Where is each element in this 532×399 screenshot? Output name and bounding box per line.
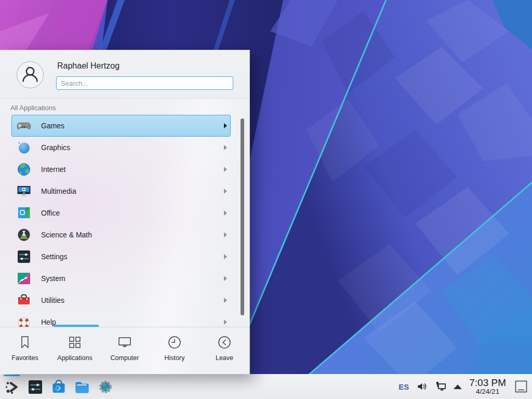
monitor-icon <box>116 334 133 351</box>
tab-label: Computer <box>111 354 139 362</box>
application-launcher-popup: Raphael Hertzog All Applications Games <box>0 50 250 374</box>
submenu-arrow-icon <box>224 210 227 216</box>
launcher-header: Raphael Hertzog <box>0 50 249 99</box>
user-icon <box>17 62 43 88</box>
category-list: Games Graphics <box>0 115 249 327</box>
user-avatar[interactable] <box>17 61 44 88</box>
discover-icon <box>50 379 67 395</box>
digital-clock[interactable]: 7:03 PM 4/24/21 <box>469 378 506 395</box>
system-tune-icon <box>16 271 32 286</box>
submenu-arrow-icon <box>224 145 227 150</box>
file-manager-task[interactable] <box>70 375 94 399</box>
search-input[interactable] <box>56 76 233 90</box>
tab-applications[interactable]: Applications <box>50 327 100 374</box>
kickoff-launcher-button[interactable] <box>0 375 23 399</box>
tab-computer[interactable]: Computer <box>100 327 150 374</box>
volume-icon[interactable] <box>416 380 429 393</box>
media-monitor-icon <box>16 183 32 199</box>
tab-label: Favorites <box>11 354 38 362</box>
category-science-math[interactable]: Science & Math <box>11 224 231 246</box>
submenu-arrow-icon <box>224 254 227 259</box>
submenu-arrow-icon <box>224 123 227 128</box>
kickoff-launcher-icon <box>4 379 20 395</box>
system-settings-task[interactable] <box>23 375 47 399</box>
category-label: Multimedia <box>41 187 76 195</box>
taskbar-panel: ES 7:03 PM 4/24/21 <box>0 374 532 399</box>
submenu-arrow-icon <box>224 232 227 237</box>
expand-tray-caret-icon[interactable] <box>454 384 462 389</box>
office-doc-icon <box>16 205 32 221</box>
tab-label: History <box>165 354 185 362</box>
launcher-tabbar: Favorites Applications <box>0 327 249 374</box>
category-multimedia[interactable]: Multimedia <box>11 180 231 202</box>
category-label: System <box>41 274 65 283</box>
clock-date: 4/24/21 <box>469 388 506 395</box>
category-settings[interactable]: Settings <box>11 246 231 268</box>
clock-icon <box>166 334 183 351</box>
submenu-arrow-icon <box>224 189 227 194</box>
tab-label: Leave <box>216 354 233 362</box>
web-browser-icon <box>97 379 114 395</box>
system-settings-icon <box>27 379 44 395</box>
category-utilities[interactable]: Utilities <box>11 289 231 311</box>
toolbox-icon <box>16 292 32 308</box>
network-icon[interactable] <box>435 380 447 393</box>
show-desktop-icon <box>514 379 528 394</box>
tab-label: Applications <box>57 354 92 362</box>
web-browser-task[interactable] <box>94 375 117 399</box>
lifebuoy-icon <box>16 314 32 327</box>
file-manager-icon <box>74 379 90 395</box>
leave-circle-icon <box>216 334 233 351</box>
submenu-arrow-icon <box>224 298 227 303</box>
keyboard-layout-indicator[interactable]: ES <box>398 382 409 391</box>
gamepad-icon <box>16 118 32 134</box>
category-label: Science & Math <box>41 231 92 239</box>
category-help[interactable]: Help <box>11 311 231 327</box>
category-label: Office <box>41 209 60 217</box>
grid-icon <box>66 334 83 351</box>
category-system[interactable]: System <box>11 268 231 289</box>
show-desktop-button[interactable] <box>513 378 529 395</box>
category-label: Utilities <box>41 296 64 304</box>
sliders-icon <box>16 249 32 264</box>
submenu-arrow-icon <box>224 320 227 325</box>
section-label: All Applications <box>10 104 56 112</box>
user-name: Raphael Hertzog <box>57 61 119 71</box>
list-scrollbar[interactable] <box>241 118 244 315</box>
category-office[interactable]: Office <box>11 202 231 224</box>
category-label: Games <box>41 122 64 130</box>
tab-favorites[interactable]: Favorites <box>0 327 50 374</box>
submenu-arrow-icon <box>224 167 227 172</box>
category-internet[interactable]: Internet <box>11 158 231 180</box>
category-label: Settings <box>41 252 68 261</box>
bookmark-icon <box>17 334 33 351</box>
category-graphics[interactable]: Graphics <box>11 137 231 158</box>
launcher-active-indicator <box>4 375 20 376</box>
flask-icon <box>16 227 32 243</box>
category-label: Graphics <box>41 143 70 152</box>
clock-time: 7:03 PM <box>469 378 506 388</box>
tab-history[interactable]: History <box>150 327 200 374</box>
submenu-arrow-icon <box>224 276 227 281</box>
tab-leave[interactable]: Leave <box>200 327 249 374</box>
category-label: Internet <box>41 165 65 174</box>
discover-task[interactable] <box>47 375 70 399</box>
globe-icon <box>16 162 32 177</box>
sphere-icon <box>16 140 32 155</box>
system-tray: ES 7:03 PM 4/24/21 <box>398 378 532 395</box>
category-games[interactable]: Games <box>11 115 231 137</box>
